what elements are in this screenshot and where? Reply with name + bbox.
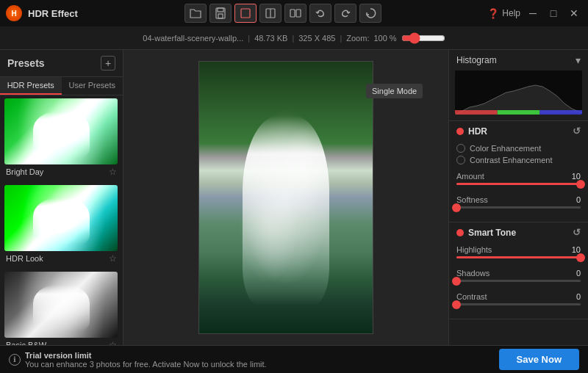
presets-header: Presets + xyxy=(0,50,123,77)
smart-tone-refresh-icon[interactable]: ↺ xyxy=(573,227,581,238)
highlights-thumb[interactable] xyxy=(576,253,585,262)
list-item[interactable]: Basic B&W ☆ xyxy=(0,269,123,345)
softness-thumb[interactable] xyxy=(452,203,461,212)
title-bar: H HDR Effect xyxy=(0,0,588,26)
center-panel: Single Mode xyxy=(123,50,448,345)
shadows-label: Shadows 0 xyxy=(456,269,581,278)
radio-circle xyxy=(456,144,465,153)
preset-tabs: HDR Presets User Presets xyxy=(0,77,123,95)
app-logo: H xyxy=(6,5,22,21)
highlights-track xyxy=(456,256,581,258)
tab-user-presets[interactable]: User Presets xyxy=(62,77,123,95)
preset-list: Bright Day ☆ HDR Look ☆ xyxy=(0,95,123,345)
list-item[interactable]: HDR Look ☆ xyxy=(0,182,123,269)
histogram-toggle[interactable]: ▾ xyxy=(576,54,581,66)
trial-info: ℹ Trial version limit You can enhance 3 … xyxy=(9,351,267,369)
smart-tone-enabled-dot[interactable] xyxy=(456,229,464,236)
redo-button[interactable] xyxy=(334,4,356,23)
close-button[interactable]: ✕ xyxy=(566,5,582,21)
star-icon[interactable]: ☆ xyxy=(109,253,117,264)
star-icon[interactable]: ☆ xyxy=(109,167,117,177)
softness-slider-group: Softness 0 xyxy=(449,192,588,216)
image-display xyxy=(198,61,373,334)
help-button[interactable]: ❓ Help xyxy=(487,8,520,19)
amount-fill xyxy=(456,183,581,185)
histogram-title: Histogram xyxy=(456,55,497,65)
histogram-section: Histogram ▾ xyxy=(449,50,588,121)
highlights-slider-group: Highlights 10 xyxy=(449,242,588,266)
contrast-track xyxy=(456,303,581,305)
contrast-slider-group: Contrast 0 xyxy=(449,289,588,313)
main-area: Presets + HDR Presets User Presets Brigh… xyxy=(0,50,588,345)
preset-bw-image xyxy=(4,272,118,338)
hdr-options: Color Enhancement Contrast Enhancement xyxy=(449,141,588,169)
title-bar-left: H HDR Effect xyxy=(6,5,78,21)
reset-button[interactable] xyxy=(359,4,381,23)
title-bar-right: ❓ Help ─ □ ✕ xyxy=(487,5,582,21)
shadows-slider-group: Shadows 0 xyxy=(449,266,588,289)
svg-rect-3 xyxy=(241,9,250,18)
smart-tone-header: Smart Tone ↺ xyxy=(449,222,588,242)
svg-rect-7 xyxy=(296,10,301,17)
maximize-button[interactable]: □ xyxy=(545,5,562,21)
main-image xyxy=(199,62,373,333)
color-enhancement-radio[interactable]: Color Enhancement xyxy=(456,142,581,154)
softness-track xyxy=(456,206,581,209)
preset-bright-day-label: Bright Day ☆ xyxy=(4,164,118,179)
split-mode-button[interactable] xyxy=(259,4,282,23)
highlights-fill xyxy=(456,256,581,258)
highlights-label: Highlights 10 xyxy=(456,245,581,254)
hdr-refresh-icon[interactable]: ↺ xyxy=(573,126,581,137)
softness-value: 0 xyxy=(576,195,581,204)
help-label: Help xyxy=(502,8,520,18)
toolbar-buttons xyxy=(184,4,381,23)
star-icon[interactable]: ☆ xyxy=(109,340,117,345)
presets-title: Presets xyxy=(7,57,45,69)
contrast-enhancement-radio[interactable]: Contrast Enhancement xyxy=(456,154,581,166)
file-dimensions: 325 X 485 xyxy=(298,34,335,43)
svg-rect-9 xyxy=(455,110,498,115)
softness-label: Softness 0 xyxy=(456,195,581,204)
trial-icon: ℹ xyxy=(9,354,21,366)
histogram-canvas xyxy=(455,70,582,115)
trial-title: Trial version limit xyxy=(25,351,91,360)
amount-thumb[interactable] xyxy=(576,180,585,189)
preset-hdr-look-label: HDR Look ☆ xyxy=(4,251,118,266)
shadows-value: 0 xyxy=(576,269,581,278)
sub-toolbar: 04-waterfall-scenery-wallp... | 48.73 KB… xyxy=(0,26,588,50)
trial-suffix: to unlock the limit. xyxy=(202,360,267,369)
zoom-value: 100 % xyxy=(373,34,396,43)
right-panel: Histogram ▾ HDR ↺ xyxy=(448,50,588,345)
file-name: 04-waterfall-scenery-wallp... xyxy=(143,34,243,43)
trial-text: You can enhance 3 photos for free. xyxy=(25,360,151,369)
minimize-button[interactable]: ─ xyxy=(525,5,541,21)
save-file-button[interactable] xyxy=(209,4,232,23)
svg-rect-6 xyxy=(290,10,295,17)
zoom-slider[interactable] xyxy=(401,32,445,44)
add-preset-button[interactable]: + xyxy=(101,56,115,70)
dual-mode-button[interactable] xyxy=(284,4,306,23)
trial-message: Trial version limit You can enhance 3 ph… xyxy=(25,351,267,369)
smart-tone-title: Smart Tone xyxy=(468,228,568,238)
open-folder-button[interactable] xyxy=(184,4,207,23)
svg-rect-2 xyxy=(218,14,223,18)
hdr-header: HDR ↺ xyxy=(449,121,588,141)
zoom-label: Zoom: xyxy=(346,34,369,43)
file-info: 04-waterfall-scenery-wallp... | 48.73 KB… xyxy=(7,32,581,44)
preset-bw-label: Basic B&W ☆ xyxy=(4,338,118,345)
file-size: 48.73 KB xyxy=(254,34,287,43)
save-now-button[interactable]: Save Now xyxy=(499,349,579,370)
bottom-bar: ℹ Trial version limit You can enhance 3 … xyxy=(0,345,588,373)
tab-hdr-presets[interactable]: HDR Presets xyxy=(0,77,62,95)
hdr-enabled-dot[interactable] xyxy=(456,128,464,135)
activate-link[interactable]: Activate Now xyxy=(152,360,199,369)
shadows-thumb[interactable] xyxy=(452,277,461,286)
contrast-thumb[interactable] xyxy=(452,300,461,309)
app-title: HDR Effect xyxy=(28,8,78,19)
hdr-section: HDR ↺ Color Enhancement Contrast Enhance… xyxy=(449,121,588,222)
undo-button[interactable] xyxy=(309,4,331,23)
single-mode-button[interactable] xyxy=(234,4,257,23)
svg-rect-10 xyxy=(498,110,540,115)
svg-rect-1 xyxy=(218,8,223,12)
list-item[interactable]: Bright Day ☆ xyxy=(0,95,123,182)
